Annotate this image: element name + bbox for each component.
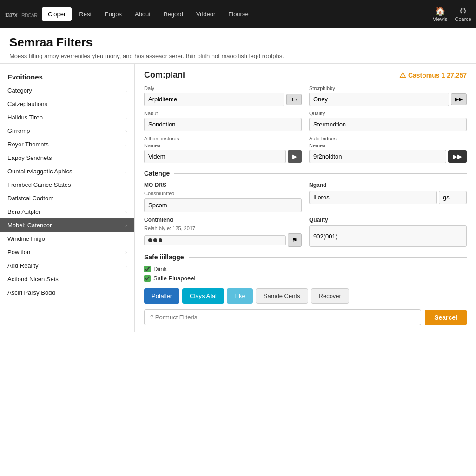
page-title: Semraa Filters xyxy=(9,35,467,50)
sidebar-item-powition[interactable]: Powition › xyxy=(0,245,134,259)
potaller-button[interactable]: Potaller xyxy=(144,288,179,304)
nav-link-flourse[interactable]: Flourse xyxy=(223,8,254,20)
form-label-allom: AllLom instores xyxy=(144,136,302,141)
form-label-strcrphibby: Strcrphibby xyxy=(309,86,467,91)
catenge-right-input-row xyxy=(309,191,467,204)
checkbox-salle[interactable] xyxy=(144,275,151,282)
home-icon: 🏠 xyxy=(435,6,445,16)
content-area: Com:plani ⚠ Castomus 1 27.257 Daly 3:7 xyxy=(135,64,476,332)
auto-indues-input[interactable] xyxy=(309,150,446,163)
dot-2 xyxy=(153,238,157,242)
catenge-quality-input[interactable] xyxy=(309,225,467,247)
nav-link-cloper[interactable]: Cloper xyxy=(42,7,72,21)
form-input-row-strcrphibby: ▶▶ xyxy=(309,93,467,106)
nav-link-about[interactable]: About xyxy=(129,8,156,20)
form-label-nabut: Nabut xyxy=(144,111,302,116)
nav-links: Cloper Rest Eugos About Begord Vrideor F… xyxy=(42,7,433,21)
sidebar-item-add-reality[interactable]: Add Reality › xyxy=(0,259,134,272)
sidebar-item-catzeplautions[interactable]: Catzeplautions xyxy=(0,97,134,111)
auto-indues-play-btn[interactable]: ▶▶ xyxy=(448,150,467,163)
brand-name: 1337X xyxy=(5,13,17,18)
form-sublabel-allom: Namea xyxy=(144,143,302,148)
nav-viewls-label: Viewls xyxy=(433,16,448,22)
main-container: Evoitiones Category › Catzeplautions Hal… xyxy=(0,64,476,332)
nav-link-rest[interactable]: Rest xyxy=(73,8,97,20)
strcrphibby-btn[interactable]: ▶▶ xyxy=(451,93,467,105)
nav-viewls[interactable]: 🏠 Viewls xyxy=(433,6,448,22)
catenge-grid: MO DRS Consmuntted Ngand Contmiend Relah… xyxy=(144,182,467,247)
form-group-nabut: Nabut xyxy=(144,111,302,131)
sidebar-item-bera[interactable]: Bera Autpler › xyxy=(0,205,134,218)
divider-line xyxy=(174,173,467,174)
form-group-quality: Quality xyxy=(309,111,467,131)
form-group-allom: AllLom instores Namea ▶ xyxy=(144,136,302,163)
brand-logo: 1337X RDCAR xyxy=(5,8,37,20)
form-label-auto-indues: Auto Indues xyxy=(309,136,467,141)
checkbox-diink[interactable] xyxy=(144,266,151,272)
sidebar-item-grrromp[interactable]: Grrromp › xyxy=(0,124,134,138)
catenge-left-group: MO DRS Consmuntted xyxy=(144,182,302,212)
checkbox-row-diink: Diink xyxy=(144,265,467,272)
sidebar-title: Evoitiones xyxy=(0,68,134,84)
quality-input[interactable] xyxy=(309,118,467,131)
recover-button[interactable]: Recover xyxy=(311,288,349,304)
clays-atal-button[interactable]: Clays Atal xyxy=(182,288,224,304)
daly-btn[interactable]: 3:7 xyxy=(286,94,302,105)
sidebar-item-category[interactable]: Category › xyxy=(0,84,134,97)
form-label-daly: Daly xyxy=(144,86,302,91)
form-group-strcrphibby: Strcrphibby ▶▶ xyxy=(309,86,467,106)
nav-link-eugos[interactable]: Eugos xyxy=(99,8,127,20)
sidebar-item-ountal[interactable]: Ountal:rviaggatic Aphics › xyxy=(0,165,134,178)
safe-image-divider: Safe iiillagge xyxy=(144,253,467,261)
dot-1 xyxy=(148,238,152,242)
form-label-quality: Quality xyxy=(309,111,467,116)
sidebar-item-ascirl[interactable]: Ascirl Parsy Bodd xyxy=(0,286,134,299)
sidebar-item-frombed[interactable]: Frombed Canice States xyxy=(0,178,134,192)
checkbox-diink-label: Diink xyxy=(153,265,167,272)
sidebar-item-mobel[interactable]: Mobel: Catencor › xyxy=(0,218,134,232)
sidebar-item-actiond[interactable]: Actiond Nicen Sets xyxy=(0,272,134,286)
divider-line xyxy=(189,257,467,258)
flag-btn[interactable]: ⚑ xyxy=(288,233,302,247)
catenge-spcom-input[interactable] xyxy=(144,198,302,212)
catenge-contmiend-input-row: ⚑ xyxy=(144,233,302,247)
sidebar-item-reyer[interactable]: Reyer Themnts › xyxy=(0,138,134,151)
safe-image-title: Safe iiillagge xyxy=(144,253,184,261)
catenge-contmiend-sublabel: Relah bly e: 125, 2017 xyxy=(144,225,302,231)
chevron-right-icon: › xyxy=(125,88,127,93)
chevron-right-icon: › xyxy=(125,169,127,174)
chevron-right-icon: › xyxy=(125,142,127,147)
chevron-right-icon: › xyxy=(125,128,127,134)
daly-input[interactable] xyxy=(144,93,284,106)
sidebar-item-datistcal[interactable]: Datistcal Codtom xyxy=(0,192,134,205)
navbar: 1337X RDCAR Cloper Rest Eugos About Bego… xyxy=(0,0,476,28)
chevron-right-icon: › xyxy=(125,209,127,215)
strcrphibby-input[interactable] xyxy=(309,93,449,106)
dot-3 xyxy=(159,238,162,242)
like-button[interactable]: Like xyxy=(227,288,253,304)
nav-coarce[interactable]: ⚙ Coarce xyxy=(455,6,471,22)
catenge-contmiend-group: Contmiend Relah bly e: 125, 2017 ⚑ xyxy=(144,217,302,247)
sidebar-item-eapoy[interactable]: Eapoy Sendnets xyxy=(0,151,134,165)
catenge-illeres-input[interactable] xyxy=(309,191,437,204)
search-input[interactable] xyxy=(144,309,421,325)
catenge-right-group: Ngand xyxy=(309,182,467,212)
gear-icon: ⚙ xyxy=(459,6,467,16)
warning-icon: ⚠ xyxy=(399,71,406,79)
form-input-row-auto-indues: ▶▶ xyxy=(309,150,467,163)
catenge-dots-input[interactable] xyxy=(144,235,286,245)
nabut-input[interactable] xyxy=(144,118,302,131)
search-button[interactable]: Searcel xyxy=(425,310,467,325)
sidebar-item-halidus[interactable]: Halidus Tirep › xyxy=(0,111,134,124)
catenge-gs-input[interactable] xyxy=(439,191,467,204)
nav-link-begord[interactable]: Begord xyxy=(158,8,189,20)
nav-link-vrideor[interactable]: Vrideor xyxy=(191,8,221,20)
sidebar-item-windine[interactable]: Windine linigo xyxy=(0,232,134,245)
allom-play-btn[interactable]: ▶ xyxy=(288,150,302,163)
content-title: Com:plani xyxy=(144,70,185,80)
form-input-row-allom: ▶ xyxy=(144,150,302,163)
allom-input[interactable] xyxy=(144,150,286,163)
checkbox-row-salle: Salle Pluapoeel xyxy=(144,275,467,282)
samde-cents-button[interactable]: Samde Cents xyxy=(256,288,308,304)
brand-tagline: RDCAR xyxy=(21,13,37,18)
